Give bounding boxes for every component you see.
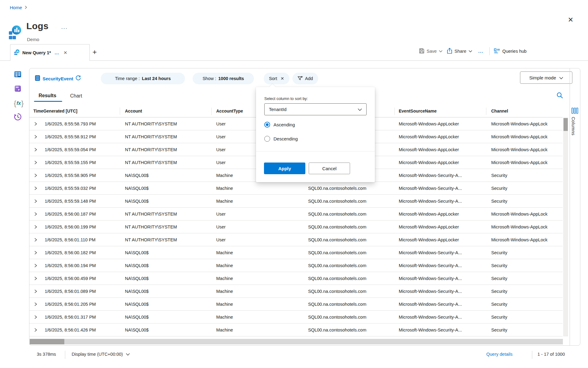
row-expand-chevron-icon[interactable] — [29, 289, 42, 293]
tab-results[interactable]: Results — [39, 93, 56, 98]
col-header-accounttype[interactable]: AccountType — [216, 109, 243, 113]
queries-hub-button[interactable]: Queries hub — [494, 48, 526, 55]
row-expand-chevron-icon[interactable] — [29, 122, 42, 126]
close-blade-icon[interactable]: ✕ — [568, 16, 573, 24]
time-range-label: Time range : — [115, 76, 140, 81]
sort-column-select[interactable]: TenantId — [264, 103, 367, 115]
cell-account: NA\SQL00$ — [125, 263, 216, 268]
time-range-pill[interactable]: Time range : Last 24 hours — [101, 73, 185, 84]
filter-add-icon — [298, 76, 303, 82]
sidebar-functions-icon[interactable]: {fx} — [14, 99, 24, 108]
cancel-button[interactable]: Cancel — [309, 163, 350, 174]
show-results-pill[interactable]: Show : 1000 results — [193, 73, 254, 84]
sidebar-queries-icon[interactable] — [14, 85, 22, 94]
row-expand-chevron-icon[interactable] — [29, 328, 42, 332]
row-expand-chevron-icon[interactable] — [29, 238, 42, 242]
row-expand-chevron-icon[interactable] — [29, 186, 42, 190]
row-expand-chevron-icon[interactable] — [29, 225, 42, 229]
cell-channel: Security — [491, 328, 563, 332]
radio-selected-icon[interactable] — [264, 122, 270, 128]
row-expand-chevron-icon[interactable] — [29, 199, 42, 203]
mode-label: Simple mode — [529, 75, 556, 80]
tab-close-icon[interactable]: ✕ — [63, 50, 67, 56]
col-header-timegenerated[interactable]: TimeGenerated [UTC] — [33, 109, 77, 113]
query-details-link[interactable]: Query details — [486, 352, 512, 357]
sort-popup: Select column to sort by: TenantId Ascen… — [256, 87, 375, 182]
table-row: 1/6/2025, 8:56:01.089 PMNA\SQL00$Machine… — [29, 285, 563, 298]
row-expand-chevron-icon[interactable] — [29, 212, 42, 216]
cell-time: 1/6/2025, 8:55:59.148 PM — [42, 199, 125, 204]
columns-rail-tab[interactable]: Columns — [571, 117, 576, 136]
horizontal-scrollbar-thumb[interactable] — [30, 339, 64, 344]
sidebar-query-history-icon[interactable] — [14, 113, 22, 122]
save-button[interactable]: Save — [419, 48, 443, 55]
row-expand-chevron-icon[interactable] — [29, 251, 42, 255]
col-header-account[interactable]: Account — [125, 109, 142, 113]
column-separator — [211, 108, 212, 115]
show-value: 1000 results — [218, 76, 244, 81]
cell-computer: SQL00.na.contosohotels.com — [308, 302, 399, 307]
descending-label: Descending — [273, 136, 298, 141]
horizontal-scrollbar[interactable] — [30, 339, 563, 344]
cell-computer: SQL00.na.contosohotels.com — [308, 328, 399, 332]
radio-unselected-icon[interactable] — [264, 136, 270, 142]
col-header-channel[interactable]: Channel — [491, 109, 508, 113]
cell-channel: Security — [491, 315, 563, 320]
add-filter-pill[interactable]: Add — [292, 73, 318, 84]
display-time-dropdown[interactable]: Display time (UTC+00:00) — [72, 352, 130, 357]
cell-account: NT AUTHORITY\SYSTEM — [125, 147, 216, 152]
cell-account: NA\SQL00$ — [125, 315, 216, 320]
cell-computer: SQL00.na.contosohotels.com — [308, 224, 399, 229]
row-expand-chevron-icon[interactable] — [29, 173, 42, 178]
apply-button[interactable]: Apply — [264, 163, 305, 174]
breadcrumb-home-link[interactable]: Home — [10, 5, 22, 10]
share-button[interactable]: Share — [447, 48, 472, 55]
cell-event_source: Microsoft-Windows-AppLocker — [399, 134, 491, 139]
column-separator — [394, 108, 395, 115]
columns-rail-divider — [570, 68, 570, 345]
share-chevron-icon — [469, 50, 472, 52]
sort-pill[interactable]: Sort ✕ — [264, 73, 289, 84]
cell-account: NT AUTHORITY\SYSTEM — [125, 237, 216, 242]
cell-account_type: Machine — [216, 302, 308, 307]
cell-time: 1/6/2025, 8:56:00.459 PM — [42, 276, 125, 281]
tab-new-query-1[interactable]: New Query 1* ... ✕ — [10, 44, 90, 61]
source-table-name[interactable]: SecurityEvent — [43, 76, 73, 81]
cell-computer: SQL00.na.contosohotels.com — [308, 237, 399, 242]
cell-time: 1/6/2025, 8:55:58.912 PM — [42, 134, 125, 139]
tab-more-button[interactable]: ... — [55, 50, 59, 55]
vertical-scrollbar[interactable] — [563, 117, 568, 336]
new-tab-plus-icon[interactable]: + — [92, 48, 97, 56]
cell-channel: Microsoft-Windows-AppLock — [491, 224, 563, 229]
columns-icon[interactable] — [571, 108, 578, 115]
vertical-scrollbar-thumb[interactable] — [564, 118, 568, 131]
row-expand-chevron-icon[interactable] — [29, 276, 42, 281]
cell-channel: Microsoft-Windows-AppLock — [491, 147, 563, 152]
col-header-eventsourcename[interactable]: EventSourceName — [399, 109, 437, 113]
status-bar: 3s 378ms Display time (UTC+00:00) Query … — [0, 350, 588, 360]
sort-remove-icon[interactable]: ✕ — [281, 76, 284, 81]
radio-ascending[interactable]: Ascending — [264, 122, 295, 128]
toolbar-more-button[interactable]: ... — [477, 49, 485, 54]
page-subtitle: Demo — [27, 37, 39, 42]
mode-select[interactable]: Simple mode — [520, 71, 572, 84]
tab-chart[interactable]: Chart — [70, 93, 82, 99]
cell-time: 1/6/2025, 8:55:59.032 PM — [42, 186, 125, 191]
refresh-icon[interactable] — [76, 75, 81, 82]
cell-account_type: Machine — [216, 250, 308, 255]
cell-event_source: Microsoft-Windows-AppLocker — [399, 212, 491, 217]
cell-time: 1/6/2025, 8:56:00.194 PM — [42, 263, 125, 268]
page-title: Logs — [26, 21, 48, 31]
row-expand-chevron-icon[interactable] — [29, 135, 42, 139]
row-expand-chevron-icon[interactable] — [29, 148, 42, 152]
queries-hub-label: Queries hub — [502, 49, 526, 54]
page-title-more-button[interactable]: ... — [61, 24, 68, 30]
search-icon[interactable] — [556, 92, 564, 100]
row-expand-chevron-icon[interactable] — [29, 263, 42, 268]
row-expand-chevron-icon[interactable] — [29, 315, 42, 319]
radio-descending[interactable]: Descending — [264, 136, 298, 142]
cell-event_source: Microsoft-Windows-AppLocker — [399, 237, 491, 242]
row-expand-chevron-icon[interactable] — [29, 302, 42, 306]
sidebar-tables-icon[interactable] — [14, 70, 22, 79]
row-expand-chevron-icon[interactable] — [29, 160, 42, 165]
